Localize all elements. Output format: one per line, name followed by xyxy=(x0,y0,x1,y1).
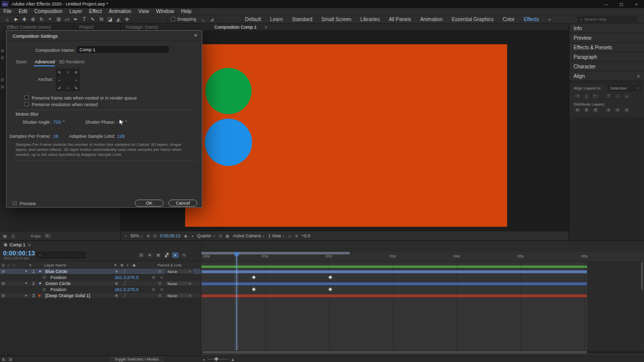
panel-menu-icon[interactable]: ≡ xyxy=(28,242,31,247)
panel-header-paragraph[interactable]: Paragraph xyxy=(570,52,644,62)
workspace-overflow-button[interactable]: » xyxy=(543,17,555,22)
new-folder-icon[interactable]: ◫ xyxy=(12,234,16,238)
menu-view[interactable]: View xyxy=(135,9,153,14)
region-of-interest-icon[interactable]: ⊡ xyxy=(219,234,222,238)
menu-help[interactable]: Help xyxy=(178,9,195,14)
anchor-top-left-button[interactable]: ↖ xyxy=(56,69,63,76)
home-tool[interactable]: ⌂ xyxy=(3,17,12,22)
tab-footage[interactable]: Footage: (none) xyxy=(126,25,158,30)
layer-switches[interactable]: ◉ ╱ xyxy=(115,281,128,287)
parent-link-column-label[interactable]: Parent & Link xyxy=(157,263,182,267)
vertical-scrollbar[interactable] xyxy=(640,262,643,350)
draft-3d-icon[interactable]: ✦ xyxy=(146,252,153,258)
horizontal-scrollbar-thumb[interactable] xyxy=(202,351,587,353)
stopwatch-icon[interactable]: ◷ xyxy=(42,287,46,293)
maximize-button[interactable]: ▢ xyxy=(614,0,629,8)
preview-checkbox[interactable]: ✓ xyxy=(13,201,17,205)
workspace-default[interactable]: Default xyxy=(240,17,266,22)
interpret-footage-icon[interactable]: ▦ xyxy=(3,234,7,238)
layer-row-green-circle[interactable]: ◎ ▾ 2 ★ Green Circle ◉ ╱ ◎ None ∨ xyxy=(0,281,201,287)
align-top-button[interactable]: ⊤ xyxy=(605,93,612,99)
anchor-bottom-right-button[interactable]: ↘ xyxy=(72,84,79,91)
workspace-small-screen[interactable]: Small Screen xyxy=(317,17,356,22)
pickwhip-icon[interactable]: ◎ xyxy=(158,281,162,287)
anchor-bottom-left-button[interactable]: ↙ xyxy=(56,84,63,91)
tab-basic[interactable]: Basic xyxy=(16,59,27,64)
menu-edit[interactable]: Edit xyxy=(15,9,31,14)
menu-file[interactable]: File xyxy=(0,9,15,14)
snap-angle-icon[interactable]: ⊿ xyxy=(208,17,216,22)
preserve-framerate-checkbox[interactable] xyxy=(25,96,29,100)
align-center-vertical-button[interactable]: − xyxy=(614,93,621,99)
exposure-value[interactable]: +0.0 xyxy=(302,233,310,238)
position-property-row-blue[interactable]: ◷ Position 261.0,576.0 ◇ ◎ xyxy=(0,275,201,281)
layer-name[interactable]: Green Circle xyxy=(45,281,71,287)
workspace-standard[interactable]: Standard xyxy=(287,17,317,22)
close-button[interactable]: × xyxy=(629,0,644,8)
ok-button[interactable]: OK xyxy=(135,200,164,207)
align-center-horizontal-button[interactable]: | xyxy=(583,93,590,99)
channels-icon[interactable]: ◑ xyxy=(191,234,193,238)
mask-visibility-icon[interactable]: ⊟ xyxy=(153,234,157,238)
graph-editor-icon[interactable]: ∿ xyxy=(180,252,188,258)
parent-dropdown[interactable]: None ∨ xyxy=(165,293,193,298)
pickwhip-icon[interactable]: ◎ xyxy=(160,275,164,281)
resolution-dropdown[interactable]: Quarter xyxy=(197,233,211,238)
work-area-bar[interactable] xyxy=(201,252,350,254)
layer-name-column-label[interactable]: Layer Name xyxy=(44,263,66,267)
pen-tool[interactable]: ✒ xyxy=(71,17,80,22)
zoom-in-mountain-icon[interactable]: ▲ xyxy=(230,357,235,362)
menu-window[interactable]: Window xyxy=(152,9,178,14)
distribute-bottom-button[interactable]: ☰ xyxy=(592,107,599,113)
expander-icon[interactable]: ▾ xyxy=(25,268,27,275)
timeline-zoom-handle[interactable] xyxy=(214,357,218,361)
property-label[interactable]: Position xyxy=(50,275,66,281)
timeline-search-box[interactable]: ⌕ xyxy=(36,252,86,258)
workspace-learn[interactable]: Learn xyxy=(266,17,288,22)
anchor-center-button[interactable] xyxy=(64,76,71,83)
expander-icon[interactable]: ▾ xyxy=(25,281,27,287)
layer-row-deep-orange-solid[interactable]: ◎ ▸ 3 ■ [Deep Orange Solid 1] ◉ ╱ ◎ None… xyxy=(0,293,201,299)
toggle-switches-modes-button[interactable]: Toggle Switches / Modes xyxy=(110,356,164,362)
shy-layers-icon[interactable]: ≣ xyxy=(154,252,162,258)
workspace-animation[interactable]: Animation xyxy=(416,17,447,22)
preserve-resolution-checkbox[interactable] xyxy=(25,102,29,106)
position-value[interactable]: 261.0,576.0 xyxy=(115,275,139,280)
pickwhip-icon[interactable]: ◎ xyxy=(158,293,162,299)
panel-menu-icon[interactable]: ≡ xyxy=(637,71,640,81)
puppet-tool[interactable]: ✜ xyxy=(123,17,131,22)
distribute-horizontal-center-button[interactable]: ≣ xyxy=(614,107,621,113)
eraser-tool[interactable]: ◪ xyxy=(106,17,114,22)
panel-header-effects-presets[interactable]: Effects & Presets xyxy=(570,43,644,52)
workspace-color[interactable]: Color xyxy=(498,17,519,22)
anchor-top-button[interactable]: ↑ xyxy=(64,69,71,76)
panel-menu-icon[interactable]: ≡ xyxy=(265,25,267,30)
camera-tool[interactable]: ⌖ xyxy=(46,16,54,22)
eye-icon[interactable]: ◎ xyxy=(2,281,5,287)
pan-behind-tool[interactable]: ⊞ xyxy=(54,17,63,22)
frame-blend-icon[interactable]: ▞ xyxy=(163,252,171,258)
orbit-tool[interactable]: ↻ xyxy=(37,17,46,22)
search-help-box[interactable]: ⌕ Search Help xyxy=(578,17,637,22)
playhead-line[interactable] xyxy=(236,252,237,350)
anchor-bottom-button[interactable]: ↓ xyxy=(64,84,71,91)
anchor-left-button[interactable]: ← xyxy=(56,76,63,83)
tab-effect-controls[interactable]: Effect Controls (none) xyxy=(7,25,51,30)
keyframe-diamond[interactable] xyxy=(252,287,257,292)
menu-composition[interactable]: Composition xyxy=(31,9,66,14)
roto-brush-tool[interactable]: ◭ xyxy=(114,17,123,22)
parent-dropdown[interactable]: None ∨ xyxy=(165,269,193,274)
shutter-angle-value[interactable]: 720 xyxy=(53,120,61,125)
timeline-track-area[interactable]: :00s 01s 02s 03s 04s 05s 06s xyxy=(201,240,644,355)
grid-guides-icon[interactable]: ⊞ xyxy=(146,234,150,238)
distribute-vertical-center-button[interactable]: ☰ xyxy=(583,107,590,113)
transparency-grid-icon[interactable]: ▦ xyxy=(225,234,229,238)
keyframe-nav-icon[interactable]: ◇ xyxy=(152,287,155,293)
bit-depth-label[interactable]: 8 bpc xyxy=(31,234,41,238)
pickwhip-icon[interactable]: ◎ xyxy=(160,287,164,293)
adaptive-sample-limit-value[interactable]: 128 xyxy=(117,134,125,139)
layer-row-blue-circle[interactable]: ◎ ▾ 1 ★ Blue Circle ◉ ╱ ◎ None ∨ xyxy=(0,268,201,275)
keyframe-nav-icon[interactable]: ◇ xyxy=(152,275,155,281)
workspace-effects[interactable]: Effects xyxy=(519,17,543,22)
green-circle-layer[interactable] xyxy=(205,68,252,114)
